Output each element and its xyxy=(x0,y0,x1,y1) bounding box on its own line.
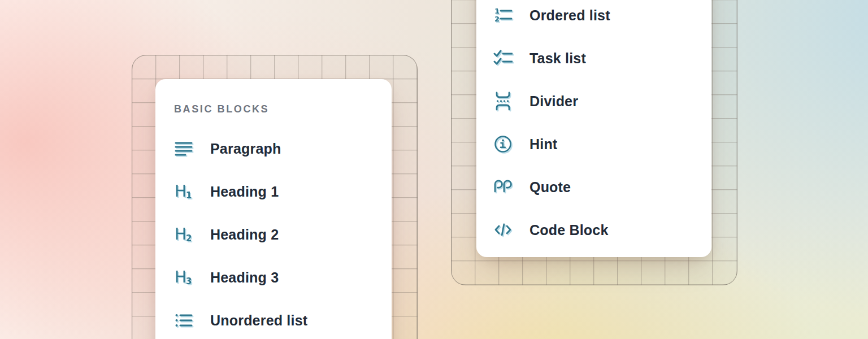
menu-item-label: Quote xyxy=(530,179,571,195)
menu-item-code-block[interactable]: Code Block xyxy=(493,208,711,251)
menu-item-task-list[interactable]: Task list xyxy=(493,37,711,80)
paragraph-icon xyxy=(174,139,193,158)
unordered-list-icon xyxy=(174,311,193,330)
menu-item-hint[interactable]: Hint xyxy=(493,123,711,166)
menu-item-label: Heading 1 xyxy=(210,184,279,200)
divider-icon xyxy=(493,92,513,111)
basic-blocks-section-label: BASIC BLOCKS xyxy=(174,103,269,115)
menu-item-paragraph[interactable]: Paragraph xyxy=(174,127,392,170)
menu-item-unordered-list[interactable]: Unordered list xyxy=(174,299,392,339)
menu-item-label: Code Block xyxy=(530,222,609,238)
task-list-icon xyxy=(493,49,513,68)
heading-2-icon xyxy=(174,225,193,244)
menu-item-quote[interactable]: Quote xyxy=(493,166,711,208)
basic-blocks-list: Paragraph Heading 1 Heading 2 Heading 3 … xyxy=(155,127,392,339)
basic-blocks-menu: BASIC BLOCKS Paragraph Heading 1 Heading… xyxy=(155,79,392,339)
menu-item-label: Hint xyxy=(530,136,557,153)
heading-1-icon xyxy=(174,182,193,201)
menu-item-label: Ordered list xyxy=(530,7,610,24)
menu-item-label: Paragraph xyxy=(210,141,281,157)
menu-item-label: Task list xyxy=(530,50,586,67)
code-block-icon xyxy=(493,220,513,240)
menu-item-label: Divider xyxy=(530,93,578,110)
menu-item-label: Heading 2 xyxy=(210,227,279,243)
menu-item-heading-3[interactable]: Heading 3 xyxy=(174,256,392,299)
menu-item-label: Unordered list xyxy=(210,312,307,329)
page-background: BASIC BLOCKS Paragraph Heading 1 Heading… xyxy=(0,0,868,339)
menu-item-divider[interactable]: Divider xyxy=(493,80,711,123)
heading-3-icon xyxy=(174,268,193,287)
menu-item-ordered-list[interactable]: Ordered list xyxy=(493,0,711,37)
ordered-list-icon xyxy=(493,6,513,25)
blocks-list-continued: Ordered list Task list Divider Hint Quot… xyxy=(476,0,711,251)
blocks-menu-continued: Ordered list Task list Divider Hint Quot… xyxy=(476,0,711,257)
hint-icon xyxy=(493,134,513,154)
menu-item-heading-1[interactable]: Heading 1 xyxy=(174,170,392,213)
menu-item-heading-2[interactable]: Heading 2 xyxy=(174,213,392,256)
menu-item-label: Heading 3 xyxy=(210,270,279,286)
quote-icon xyxy=(493,177,513,197)
